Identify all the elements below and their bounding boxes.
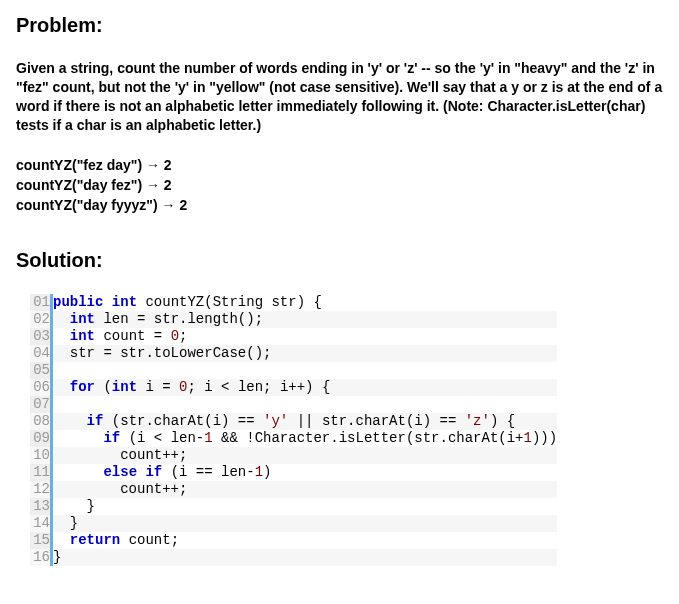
code-line: 02 int len = str.length(); — [30, 311, 557, 328]
examples-block: countYZ("fez day") → 2countYZ("day fez")… — [16, 155, 663, 216]
code-line: 08 if (str.charAt(i) == 'y' || str.charA… — [30, 413, 557, 430]
line-number: 16 — [30, 549, 52, 566]
line-number: 06 — [30, 379, 52, 396]
code-line: 01public int countYZ(String str) { — [30, 294, 557, 311]
code-content: int len = str.length(); — [52, 311, 558, 328]
code-content: for (int i = 0; i < len; i++) { — [52, 379, 558, 396]
solution-heading: Solution: — [16, 249, 663, 272]
line-number: 07 — [30, 396, 52, 413]
line-number: 15 — [30, 532, 52, 549]
code-line: 13 } — [30, 498, 557, 515]
line-number: 08 — [30, 413, 52, 430]
code-content: } — [52, 549, 558, 566]
code-line: 16} — [30, 549, 557, 566]
line-number: 05 — [30, 362, 52, 379]
example-line: countYZ("day fez") → 2 — [16, 175, 663, 195]
code-line: 04 str = str.toLowerCase(); — [30, 345, 557, 362]
code-line: 05 — [30, 362, 557, 379]
code-line: 03 int count = 0; — [30, 328, 557, 345]
code-content: } — [52, 515, 558, 532]
code-line: 15 return count; — [30, 532, 557, 549]
code-block: 01public int countYZ(String str) {02 int… — [30, 294, 663, 566]
problem-heading: Problem: — [16, 14, 663, 37]
code-content: } — [52, 498, 558, 515]
line-number: 09 — [30, 430, 52, 447]
code-content: count++; — [52, 481, 558, 498]
line-number: 02 — [30, 311, 52, 328]
example-line: countYZ("day fyyyz") → 2 — [16, 195, 663, 215]
code-content: str = str.toLowerCase(); — [52, 345, 558, 362]
line-number: 01 — [30, 294, 52, 311]
code-content: if (str.charAt(i) == 'y' || str.charAt(i… — [52, 413, 558, 430]
code-line: 09 if (i < len-1 && !Character.isLetter(… — [30, 430, 557, 447]
code-content — [52, 396, 558, 413]
example-line: countYZ("fez day") → 2 — [16, 155, 663, 175]
code-line: 06 for (int i = 0; i < len; i++) { — [30, 379, 557, 396]
code-content: public int countYZ(String str) { — [52, 294, 558, 311]
code-line: 10 count++; — [30, 447, 557, 464]
line-number: 03 — [30, 328, 52, 345]
code-line: 11 else if (i == len-1) — [30, 464, 557, 481]
code-line: 14 } — [30, 515, 557, 532]
line-number: 13 — [30, 498, 52, 515]
line-number: 10 — [30, 447, 52, 464]
line-number: 11 — [30, 464, 52, 481]
code-content: if (i < len-1 && !Character.isLetter(str… — [52, 430, 558, 447]
code-line: 07 — [30, 396, 557, 413]
code-content — [52, 362, 558, 379]
problem-description: Given a string, count the number of word… — [16, 59, 663, 135]
code-content: int count = 0; — [52, 328, 558, 345]
code-content: count++; — [52, 447, 558, 464]
line-number: 04 — [30, 345, 52, 362]
code-content: else if (i == len-1) — [52, 464, 558, 481]
code-line: 12 count++; — [30, 481, 557, 498]
line-number: 14 — [30, 515, 52, 532]
code-content: return count; — [52, 532, 558, 549]
line-number: 12 — [30, 481, 52, 498]
